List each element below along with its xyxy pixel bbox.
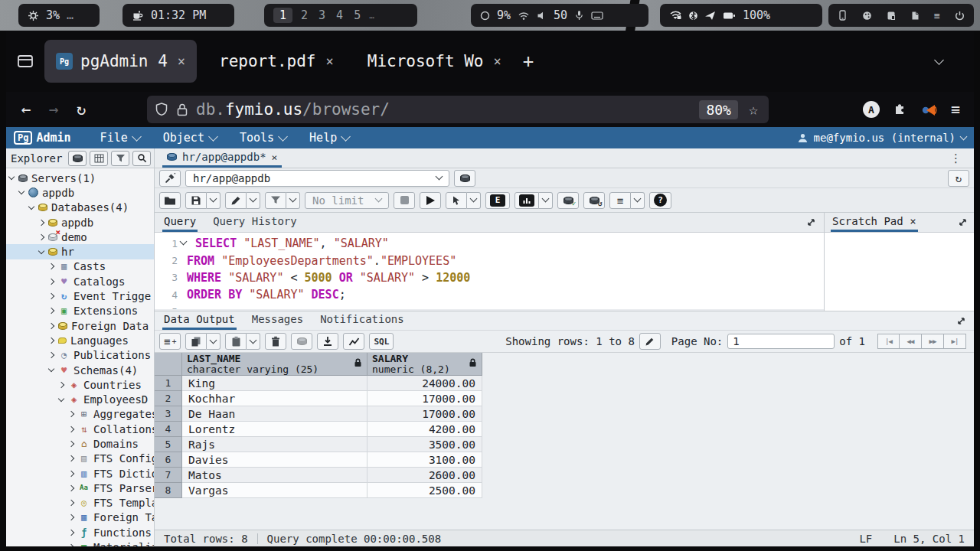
collapse-chevron-icon[interactable] [38, 247, 44, 253]
url-bar[interactable]: db.fymio.us/browser/ 80% ☆ [147, 96, 769, 123]
shield-icon[interactable] [155, 102, 168, 117]
cursor-position-label[interactable]: Ln 5, Col 1 [893, 533, 965, 545]
execute-options-button[interactable] [446, 192, 467, 209]
last-name-cell[interactable]: De Haan [182, 406, 368, 422]
execute-options-chevron[interactable] [467, 192, 481, 209]
last-name-cell[interactable]: Vargas [182, 483, 368, 498]
last-page-button[interactable]: ▶| [944, 334, 966, 349]
tray-menu-icon[interactable]: ≡ [934, 10, 940, 21]
connection-selector[interactable]: hr/app@appdb [185, 170, 449, 187]
filter-options-button[interactable] [286, 192, 300, 209]
workspace-1[interactable]: 1 [273, 8, 292, 23]
user-menu-button[interactable]: me@fymio.us (internal) [797, 132, 966, 144]
last-name-cell[interactable]: Davies [182, 452, 368, 468]
expand-chevron-icon[interactable] [48, 308, 54, 314]
tab-overview-button[interactable] [16, 52, 34, 70]
last-name-cell[interactable]: Matos [182, 468, 368, 483]
chart-line-button[interactable] [343, 333, 364, 350]
tab-data-output[interactable]: Data Output [162, 311, 237, 330]
tree-item-casts[interactable]: Casts [6, 259, 154, 274]
execute-button[interactable] [420, 192, 441, 209]
workspace-2[interactable]: 2 [299, 8, 310, 22]
expand-chevron-icon[interactable] [58, 382, 64, 388]
menu-tools[interactable]: Tools [240, 131, 286, 145]
tab-notifications[interactable]: Notifications [318, 311, 406, 330]
forward-button[interactable]: → [43, 100, 64, 119]
scratch-pad-content[interactable] [825, 233, 974, 311]
next-page-button[interactable]: ▶▶ [922, 334, 944, 349]
tab-messages[interactable]: Messages [250, 311, 305, 330]
tree-item-databases-4[interactable]: Databases(4) [6, 201, 154, 215]
row-number-cell[interactable]: 1 [155, 376, 182, 391]
row-number-cell[interactable]: 7 [155, 468, 182, 483]
salary-cell[interactable]: 4200.00 [368, 422, 482, 437]
back-button[interactable]: ← [15, 100, 37, 119]
salary-cell[interactable]: 17000.00 [368, 406, 482, 422]
extensions-puzzle-icon[interactable] [893, 102, 908, 117]
app-menu-icon[interactable]: ≡ [951, 100, 960, 119]
save-data-button[interactable] [291, 333, 312, 350]
close-tab-icon[interactable]: × [178, 54, 185, 69]
expand-chevron-icon[interactable] [68, 485, 74, 491]
sql-editor[interactable]: 1SELECT "LAST_NAME", "SALARY"2FROM "Empl… [155, 233, 824, 309]
tree-item-servers-1[interactable]: Servers(1) [6, 171, 154, 185]
select-all-cell[interactable] [155, 353, 182, 376]
close-icon[interactable]: × [910, 215, 916, 227]
power-icon[interactable] [955, 11, 965, 21]
megaphone-extension-icon[interactable] [921, 103, 938, 116]
last-name-cell[interactable]: King [182, 376, 368, 391]
tree-item-fts-templa[interactable]: FTS Templa [6, 496, 154, 510]
collapse-chevron-icon[interactable] [18, 188, 24, 194]
tab-query[interactable]: Query [162, 214, 198, 232]
rollback-button[interactable]: ↺ [583, 192, 605, 209]
reload-button[interactable]: ↻ [70, 100, 92, 119]
page-input[interactable] [727, 334, 835, 349]
expand-chevron-icon[interactable] [68, 441, 74, 447]
browser-tab-report-pdf[interactable]: report.pdf× [207, 40, 345, 83]
cpu-pill[interactable]: 3% … [18, 4, 100, 27]
salary-cell[interactable]: 3100.00 [368, 452, 482, 468]
expand-chevron-icon[interactable] [68, 514, 74, 520]
tab-query-history[interactable]: Query History [211, 214, 299, 232]
paste-options-button[interactable] [247, 333, 260, 350]
tree-item-extensions[interactable]: Extensions [6, 304, 154, 318]
connectivity-pill[interactable]: 100% [660, 4, 822, 27]
save-button[interactable] [185, 192, 207, 209]
expand-chevron-icon[interactable] [48, 352, 54, 358]
prev-page-button[interactable]: ◀◀ [900, 334, 922, 349]
expand-chevron-icon[interactable] [48, 278, 54, 284]
stop-button[interactable] [394, 192, 415, 209]
tree-item-countries[interactable]: Countries [6, 377, 154, 392]
tree-item-materializ[interactable]: Materializ [6, 540, 154, 546]
browser-tab-microsoft-wo[interactable]: Microsoft Wo× [356, 40, 513, 83]
close-tab-icon[interactable]: × [272, 152, 278, 163]
workspaces-more[interactable]: … [369, 11, 374, 21]
list-tabs-chevron-icon[interactable] [934, 55, 944, 65]
expand-chevron-icon[interactable] [68, 411, 74, 417]
account-icon[interactable]: A [863, 101, 880, 118]
explain-analyze-button[interactable] [514, 192, 539, 209]
menu-file[interactable]: File [100, 131, 140, 145]
clipboard-icon[interactable] [887, 11, 896, 21]
object-explorer-button[interactable] [68, 151, 87, 166]
last-name-cell[interactable]: Lorentz [182, 422, 368, 437]
macros-button[interactable]: ≡ [609, 192, 631, 209]
salary-cell[interactable]: 17000.00 [368, 391, 482, 406]
expand-chevron-icon[interactable] [48, 263, 54, 269]
new-connection-button[interactable] [454, 170, 475, 187]
help-button[interactable]: ? [649, 192, 671, 209]
tree-item-employeesd[interactable]: EmployeesD [6, 392, 154, 406]
row-number-cell[interactable]: 8 [155, 483, 182, 498]
expand-scratch-pad-icon[interactable] [958, 217, 968, 227]
collapse-chevron-icon[interactable] [8, 174, 15, 180]
scratch-pad-tab[interactable]: Scratch Pad × [831, 214, 918, 232]
close-tab-icon[interactable]: × [493, 54, 501, 69]
workspace-3[interactable]: 3 [316, 8, 328, 22]
tree-item-foreign-data[interactable]: Foreign Data [6, 318, 154, 333]
tree-item-demo[interactable]: demo [6, 230, 154, 244]
tree-item-fts-dictio[interactable]: FTS Dictio [6, 466, 154, 481]
open-file-button[interactable] [159, 192, 181, 209]
column-header-salary[interactable]: SALARYnumeric (8,2) [368, 353, 482, 376]
tree-item-appdb[interactable]: appdb [6, 185, 154, 200]
expand-chevron-icon[interactable] [48, 322, 54, 328]
